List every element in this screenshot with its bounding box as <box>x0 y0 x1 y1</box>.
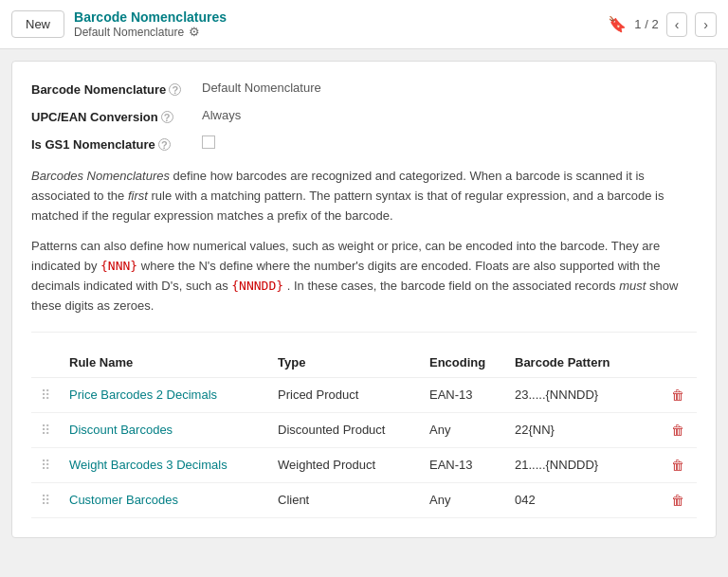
col-drag-header <box>31 348 60 378</box>
breadcrumb: Barcode Nomenclatures Default Nomenclatu… <box>74 9 227 39</box>
table-row: ⠿ Discount Barcodes Discounted Product A… <box>31 412 697 447</box>
drag-handle-cell: ⠿ <box>31 377 60 412</box>
rule-encoding-cell: Any <box>420 412 505 447</box>
drag-handle-icon[interactable]: ⠿ <box>41 388 50 403</box>
nav-count: 1 / 2 <box>634 17 658 31</box>
rule-encoding-cell: EAN-13 <box>420 447 505 482</box>
rule-name-cell: Price Barcodes 2 Decimals <box>60 377 268 412</box>
rule-delete-cell: 🗑 <box>659 482 697 517</box>
top-bar: New Barcode Nomenclatures Default Nomenc… <box>0 0 728 49</box>
upc-ean-label: UPC/EAN Conversion ? <box>31 108 202 124</box>
delete-button[interactable]: 🗑 <box>671 458 684 473</box>
delete-button[interactable]: 🗑 <box>671 423 684 438</box>
table-header-row: Rule Name Type Encoding Barcode Pattern <box>31 348 697 378</box>
rule-encoding-cell: EAN-13 <box>420 377 505 412</box>
rules-table: Rule Name Type Encoding Barcode Pattern … <box>31 348 697 518</box>
upc-ean-value: Always <box>202 108 241 122</box>
para1-italic-first: first <box>128 189 148 203</box>
rule-pattern-cell: 23.....{NNNDD} <box>505 377 659 412</box>
upc-ean-help-icon[interactable]: ? <box>161 111 173 123</box>
upc-ean-row: UPC/EAN Conversion ? Always <box>31 108 697 124</box>
rule-pattern-cell: 22{NN} <box>505 412 659 447</box>
rule-delete-cell: 🗑 <box>659 377 697 412</box>
delete-button[interactable]: 🗑 <box>671 388 684 403</box>
is-gs1-label: Is GS1 Nomenclature ? <box>31 135 202 152</box>
rule-type-cell: Discounted Product <box>268 412 420 447</box>
para2-italic-must: must <box>619 279 646 293</box>
drag-handle-cell: ⠿ <box>31 412 60 447</box>
new-button[interactable]: New <box>11 10 64 38</box>
para1-italic-start: Barcodes Nomenclatures <box>31 169 170 183</box>
barcode-nomenclature-label: Barcode Nomenclature ? <box>31 81 202 97</box>
rule-name-link[interactable]: Price Barcodes 2 Decimals <box>69 388 217 402</box>
code-nnndd: {NNNDD} <box>231 279 283 293</box>
rule-name-link[interactable]: Customer Barcodes <box>69 493 178 507</box>
form-section: Barcode Nomenclature ? Default Nomenclat… <box>31 81 697 152</box>
delete-button[interactable]: 🗑 <box>671 493 684 508</box>
is-gs1-help-icon[interactable]: ? <box>158 138 171 151</box>
table-row: ⠿ Weight Barcodes 3 Decimals Weighted Pr… <box>31 447 697 482</box>
rule-type-cell: Weighted Product <box>268 447 420 482</box>
table-row: ⠿ Price Barcodes 2 Decimals Priced Produ… <box>31 377 697 412</box>
prev-button[interactable]: ‹ <box>666 12 688 37</box>
divider <box>31 332 697 333</box>
rule-name-cell: Discount Barcodes <box>60 412 268 447</box>
drag-handle-cell: ⠿ <box>31 447 60 482</box>
rule-encoding-cell: Any <box>420 482 505 517</box>
description-section: Barcodes Nomenclatures define how barcod… <box>31 167 697 316</box>
col-name-header: Rule Name <box>60 348 268 378</box>
description-para1: Barcodes Nomenclatures define how barcod… <box>31 167 697 225</box>
barcode-nomenclature-row: Barcode Nomenclature ? Default Nomenclat… <box>31 81 697 97</box>
drag-handle-icon[interactable]: ⠿ <box>41 493 50 508</box>
next-button[interactable]: › <box>695 12 717 37</box>
rule-type-cell: Priced Product <box>268 377 420 412</box>
rule-name-link[interactable]: Discount Barcodes <box>69 423 173 437</box>
table-row: ⠿ Customer Barcodes Client Any 042 🗑 <box>31 482 697 517</box>
gear-icon[interactable]: ⚙ <box>189 25 200 39</box>
drag-handle-cell: ⠿ <box>31 482 60 517</box>
rule-name-cell: Customer Barcodes <box>60 482 268 517</box>
col-encoding-header: Encoding <box>420 348 505 378</box>
description-para2: Patterns can also define how numerical v… <box>31 237 697 316</box>
main-content: Barcode Nomenclature ? Default Nomenclat… <box>11 61 717 538</box>
col-action-header <box>659 348 697 378</box>
is-gs1-checkbox[interactable] <box>202 135 215 149</box>
bookmark-icon[interactable]: 🔖 <box>608 15 627 33</box>
barcode-nomenclature-value: Default Nomenclature <box>202 81 321 95</box>
is-gs1-row: Is GS1 Nomenclature ? <box>31 135 697 152</box>
barcode-nomenclature-help-icon[interactable]: ? <box>169 83 181 96</box>
drag-handle-icon[interactable]: ⠿ <box>41 458 50 473</box>
rule-delete-cell: 🗑 <box>659 447 697 482</box>
rule-delete-cell: 🗑 <box>659 412 697 447</box>
code-nnn: {NNN} <box>100 259 137 273</box>
rule-name-cell: Weight Barcodes 3 Decimals <box>60 447 268 482</box>
breadcrumb-main[interactable]: Barcode Nomenclatures <box>74 9 227 25</box>
rule-name-link[interactable]: Weight Barcodes 3 Decimals <box>69 458 228 472</box>
rule-pattern-cell: 21.....{NNDDD} <box>505 447 659 482</box>
rule-pattern-cell: 042 <box>505 482 659 517</box>
col-type-header: Type <box>268 348 420 378</box>
breadcrumb-sub-label: Default Nomenclature <box>74 26 184 39</box>
col-pattern-header: Barcode Pattern <box>505 348 659 378</box>
drag-handle-icon[interactable]: ⠿ <box>41 423 50 438</box>
rule-type-cell: Client <box>268 482 420 517</box>
